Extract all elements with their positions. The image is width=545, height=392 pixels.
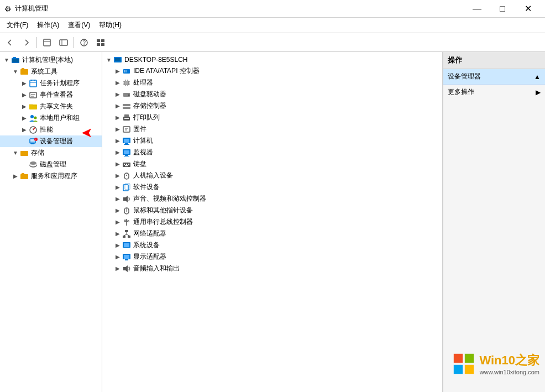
minimize-button[interactable]: — [464,0,490,18]
svg-text:?: ? [83,40,86,46]
event-viewer-label: 事件查看器 [40,90,73,100]
storage-label: 存储 [31,148,44,158]
svg-rect-91 [128,236,130,238]
services-apps-icon [20,172,29,181]
device-storage-ctrl[interactable]: ▶ 存储控制器 [102,100,442,112]
root-expander: ▼ [2,56,11,65]
tree-root[interactable]: ▼ 计算机管理(本地) [0,54,102,66]
action-more-label: 更多操作 [448,87,474,97]
svg-rect-58 [123,107,130,109]
device-network[interactable]: ▶ 网络适配器 [102,228,442,239]
svg-rect-39 [22,173,24,175]
menu-file[interactable]: 文件(F) [2,18,33,32]
device-hid[interactable]: ▶ 人机输入设备 [102,170,442,181]
svg-rect-78 [124,173,129,179]
device-software-label: 软件设备 [133,182,160,192]
tree-local-users[interactable]: ▶ 本地用户和组 [0,112,102,124]
action-device-manager-label: 设备管理器 [448,72,481,81]
local-users-icon [29,114,38,123]
device-network-label: 网络适配器 [133,229,166,238]
menu-action[interactable]: 操作(A) [33,18,64,32]
task-scheduler-expander: ▶ [20,79,29,88]
svg-rect-104 [465,365,474,374]
device-ide[interactable]: ▶ IDE ATA/ATAPI 控制器 [102,65,442,77]
svg-line-93 [124,234,127,236]
action-device-manager[interactable]: 设备管理器 ▲ [443,69,545,85]
device-mouse[interactable]: ▶ 鼠标和其他指针设备 [102,205,442,216]
storage-icon [20,149,29,158]
tree-system-tools[interactable]: ▼ 系统工具 [0,66,102,77]
device-manager-label: 设备管理器 [40,137,73,146]
title-text: 计算机管理 [15,4,48,13]
device-audio-icon [122,195,131,203]
toolbar-help[interactable]: ? [76,35,92,50]
device-display[interactable]: ▶ 显示适配器 [102,251,442,263]
action-more[interactable]: 更多操作 ▶ [443,85,545,100]
svg-marker-82 [123,196,128,202]
toolbar-forward[interactable] [19,35,34,50]
device-audio[interactable]: ▶ 声音、视频和游戏控制器 [102,193,442,205]
device-print-icon [122,113,131,122]
menu-bar: 文件(F) 操作(A) 查看(V) 帮助(H) [0,18,545,33]
svg-rect-13 [20,69,28,75]
svg-rect-101 [454,354,463,363]
menu-view[interactable]: 查看(V) [64,18,95,32]
device-keyboard[interactable]: ▶ 键盘 [102,158,442,170]
tree-shared-folders[interactable]: ▶ 共享文件夹 [0,101,102,112]
shared-folders-label: 共享文件夹 [40,102,73,111]
middle-root[interactable]: ▼ DESKTOP-8E5SLCH [102,54,442,65]
svg-rect-11 [13,57,16,59]
tree-event-viewer[interactable]: ▶ 事件查看器 [0,89,102,101]
device-system[interactable]: ▶ 系统设备 [102,239,442,251]
tree-device-manager[interactable]: ▶ ! 设备管理器 [0,135,102,147]
event-viewer-icon [29,91,38,100]
close-button[interactable]: ✕ [515,0,541,18]
maximize-button[interactable]: □ [490,0,515,18]
menu-help[interactable]: 帮助(H) [95,18,126,32]
device-audio-label: 声音、视频和游戏控制器 [133,194,206,203]
svg-point-25 [34,116,37,119]
device-software-icon [122,183,131,192]
shared-folders-icon [29,102,38,111]
title-controls: — □ ✕ [464,0,541,18]
svg-rect-38 [20,174,28,179]
toolbar-back[interactable] [2,35,18,50]
tree-storage[interactable]: ▼ 存储 [0,147,102,159]
svg-rect-76 [128,164,129,165]
tree-disk-mgmt[interactable]: ▶ 磁盘管理 [0,159,102,170]
toolbar-btn-extra[interactable] [93,35,108,50]
local-users-expander: ▶ [20,114,29,123]
svg-rect-6 [97,39,100,42]
device-computer[interactable]: ▶ 计算机 [102,135,442,147]
svg-rect-67 [125,143,128,144]
device-disk-drive[interactable]: ▶ 磁盘驱动器 [102,88,442,100]
toolbar-btn-1[interactable] [39,35,55,50]
device-monitor[interactable]: ▶ 监视器 [102,147,442,158]
device-cpu-label: 处理器 [133,78,153,87]
svg-rect-34 [20,151,28,156]
toolbar-btn-2[interactable] [56,35,71,50]
device-print[interactable]: ▶ 打印队列 [102,112,442,123]
device-usb-icon [122,218,131,227]
title-bar: ⚙ 计算机管理 — □ ✕ [0,0,545,18]
tree-task-scheduler[interactable]: ▶ 任务计划程序 [0,77,102,89]
svg-rect-14 [22,68,24,70]
device-manager-icon: ! [29,137,38,146]
device-firmware[interactable]: ▶ 固件 [102,123,442,135]
device-keyboard-label: 键盘 [133,159,146,169]
device-display-label: 显示适配器 [133,252,166,262]
device-cpu[interactable]: ▶ 处理器 [102,77,442,88]
device-disk-drive-label: 磁盘驱动器 [133,90,166,99]
svg-rect-2 [60,40,67,45]
middle-root-expander: ▼ [104,55,113,64]
device-software[interactable]: ▶ 软件设备 [102,181,442,193]
svg-rect-96 [124,243,129,247]
svg-rect-57 [123,104,130,106]
tree-services-apps[interactable]: ▶ 服务和应用程序 [0,170,102,182]
device-audio-io[interactable]: ▶ 音频输入和输出 [102,263,442,274]
device-disk-drive-icon [122,90,131,99]
system-tools-label: 系统工具 [31,67,57,76]
device-usb[interactable]: ▶ 通用串行总线控制器 [102,216,442,228]
device-firmware-icon [122,125,131,134]
tree-performance[interactable]: ▶ 性能 [0,124,102,135]
